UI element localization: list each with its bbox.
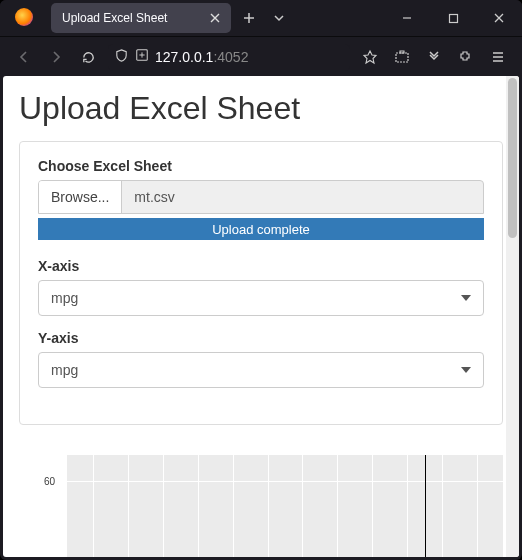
tab-title: Upload Excel Sheet bbox=[62, 11, 207, 25]
bar-spike bbox=[425, 455, 426, 557]
page-content: Upload Excel Sheet Choose Excel Sheet Br… bbox=[3, 76, 519, 557]
yaxis-label: Y-axis bbox=[38, 330, 484, 346]
plot-area bbox=[67, 455, 503, 557]
scrollbar-thumb[interactable] bbox=[508, 78, 517, 238]
url-port: :4052 bbox=[213, 49, 248, 65]
upload-progress: Upload complete bbox=[38, 218, 484, 240]
tab-active[interactable]: Upload Excel Sheet bbox=[51, 3, 231, 33]
yaxis-value: mpg bbox=[51, 362, 78, 378]
minimize-button[interactable] bbox=[384, 0, 430, 36]
choose-sheet-label: Choose Excel Sheet bbox=[38, 158, 484, 174]
overflow-icon[interactable] bbox=[420, 43, 448, 71]
close-window-button[interactable] bbox=[476, 0, 522, 36]
ytick-60: 60 bbox=[44, 476, 55, 487]
svg-rect-0 bbox=[449, 14, 457, 22]
url-bar[interactable]: 127.0.0.1:4052 bbox=[108, 44, 350, 71]
browse-button[interactable]: Browse... bbox=[39, 181, 122, 213]
screenshot-icon[interactable] bbox=[388, 43, 416, 71]
xaxis-select[interactable]: mpg bbox=[38, 280, 484, 316]
shield-icon bbox=[114, 48, 129, 67]
bookmark-icon[interactable] bbox=[356, 43, 384, 71]
chevron-down-icon bbox=[461, 295, 471, 301]
extensions-icon[interactable] bbox=[452, 43, 480, 71]
lock-icon bbox=[135, 48, 149, 66]
close-icon[interactable] bbox=[207, 10, 223, 26]
page-title: Upload Excel Sheet bbox=[19, 90, 503, 127]
menu-icon[interactable] bbox=[484, 43, 512, 71]
url-host: 127.0.0.1 bbox=[155, 49, 213, 65]
titlebar: Upload Excel Sheet bbox=[0, 0, 522, 36]
nav-toolbar: 127.0.0.1:4052 bbox=[0, 37, 522, 77]
browser-window: Upload Excel Sheet 127.0.0.1:4052 bbox=[0, 0, 522, 560]
chevron-down-icon bbox=[461, 367, 471, 373]
svg-rect-2 bbox=[396, 53, 408, 62]
scrollbar[interactable] bbox=[506, 76, 519, 557]
reload-button[interactable] bbox=[74, 43, 102, 71]
yaxis-select[interactable]: mpg bbox=[38, 352, 484, 388]
tabs-dropdown-icon[interactable] bbox=[265, 4, 293, 32]
xaxis-label: X-axis bbox=[38, 258, 484, 274]
back-button[interactable] bbox=[10, 43, 38, 71]
xaxis-value: mpg bbox=[51, 290, 78, 306]
firefox-icon bbox=[15, 8, 35, 28]
form-panel: Choose Excel Sheet Browse... mt.csv Uplo… bbox=[19, 141, 503, 425]
file-input[interactable]: Browse... mt.csv bbox=[38, 180, 484, 214]
forward-button[interactable] bbox=[42, 43, 70, 71]
chart: 60 bbox=[19, 455, 503, 557]
maximize-button[interactable] bbox=[430, 0, 476, 36]
window-controls bbox=[384, 0, 522, 36]
new-tab-button[interactable] bbox=[235, 4, 263, 32]
file-name: mt.csv bbox=[122, 181, 483, 213]
